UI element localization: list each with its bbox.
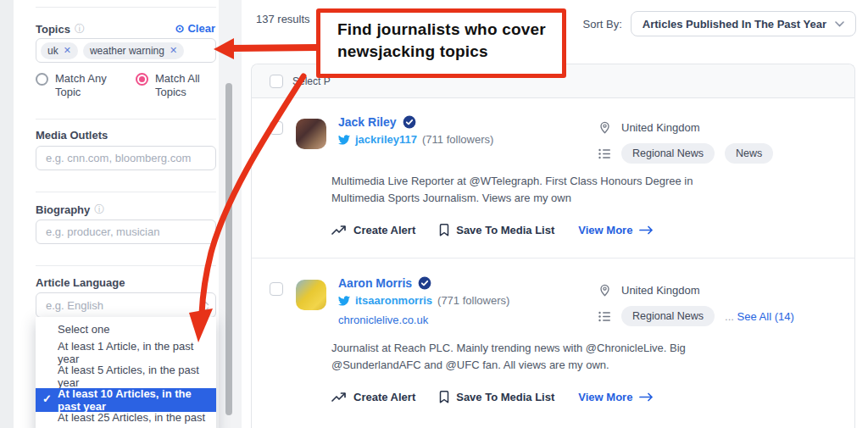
select-journalist-checkbox[interactable] xyxy=(270,282,283,296)
journalist-name-link[interactable]: Aaron Morris xyxy=(338,276,412,290)
media-outlets-input[interactable] xyxy=(36,146,216,170)
topics-label: Topics ⓘ xyxy=(36,22,85,36)
journalist-location: United Kingdom xyxy=(621,284,700,297)
trending-up-icon xyxy=(331,225,347,236)
section-divider xyxy=(36,265,216,266)
media-outlets-label: Media Outlets xyxy=(36,129,108,142)
save-to-media-list-label: Save To Media List xyxy=(456,391,554,403)
create-alert-label: Create Alert xyxy=(353,224,415,236)
topic-badge[interactable]: News xyxy=(725,143,773,164)
followers-count: (711 followers) xyxy=(422,133,493,146)
verified-badge-icon xyxy=(403,115,416,129)
annotation-text: Find journalists who cover xyxy=(337,19,562,41)
select-page-checkbox[interactable] xyxy=(270,75,283,88)
create-alert-label: Create Alert xyxy=(353,391,415,403)
article-language-label: Article Language xyxy=(36,276,125,289)
articles-count-dropdown: Select one At least 1 Article, in the pa… xyxy=(36,317,216,428)
save-to-media-list-label: Save To Media List xyxy=(456,224,554,236)
close-icon[interactable]: ✕ xyxy=(64,45,71,56)
dropdown-option[interactable]: Select one xyxy=(36,317,216,341)
see-all-topics: ... See All (14) xyxy=(725,310,794,323)
journalist-bio: Journalist at Reach PLC. Mainly trending… xyxy=(331,340,711,373)
topic-tag[interactable]: weather warning ✕ xyxy=(83,42,184,59)
filters-sidebar: Topics ⓘ ⊙ Clear uk ✕ weather warning ✕ … xyxy=(14,0,219,428)
topic-badge[interactable]: Regional News xyxy=(621,306,715,326)
journalist-card: Jack Riley jackriley117 (711 followers) … xyxy=(252,98,854,258)
dropdown-option-label: At least 10 Articles, in the past year xyxy=(58,387,216,413)
dropdown-option[interactable]: At least 5 Articles, in the past year xyxy=(36,364,216,388)
location-pin-icon xyxy=(598,120,611,134)
trending-up-icon xyxy=(331,392,347,403)
clear-icon: ⊙ xyxy=(175,22,185,35)
sort-control: Sort By: Articles Published In The Past … xyxy=(583,11,856,36)
view-more-link[interactable]: View More xyxy=(578,391,654,403)
topics-label-text: Topics xyxy=(36,23,70,36)
twitter-icon xyxy=(338,296,350,306)
arrow-right-icon xyxy=(639,225,654,235)
view-more-link[interactable]: View More xyxy=(578,224,654,236)
view-more-label: View More xyxy=(578,391,632,403)
see-all-link[interactable]: See All (14) xyxy=(737,310,794,323)
radio-unselected-icon[interactable] xyxy=(36,73,48,86)
website-link[interactable]: chroniclelive.co.uk xyxy=(338,314,509,326)
topic-tag-label: uk xyxy=(47,45,58,57)
view-more-label: View More xyxy=(578,224,632,236)
sort-by-value: Articles Published In The Past Year xyxy=(643,18,826,31)
avatar[interactable] xyxy=(296,119,326,149)
match-any-topic-radio[interactable]: Match AnyTopic xyxy=(36,72,136,99)
check-icon: ✓ xyxy=(42,392,52,405)
journalist-card: Aaron Morris itsaaronmorris (771 followe… xyxy=(252,258,854,428)
create-alert-button[interactable]: Create Alert xyxy=(331,391,415,403)
sort-by-dropdown[interactable]: Articles Published In The Past Year xyxy=(631,11,856,36)
arrow-right-icon xyxy=(639,392,654,402)
dropdown-option-selected[interactable]: ✓ At least 10 Articles, in the past year xyxy=(36,388,216,412)
location-pin-icon xyxy=(598,283,611,297)
topics-list-icon xyxy=(598,311,611,322)
sort-by-label: Sort By: xyxy=(583,18,622,31)
results-list: Select P Jack Riley jackriley117 (711 fo… xyxy=(251,64,855,428)
topics-list-icon xyxy=(598,148,611,159)
results-count: 137 results xyxy=(256,13,310,25)
journalist-bio: Multimedia Live Reporter at @WTelegraph.… xyxy=(331,173,711,206)
bookmark-icon xyxy=(439,391,449,403)
page-left-gutter xyxy=(0,0,14,428)
annotation-text: newsjacking topics xyxy=(337,41,562,63)
clear-topics-button[interactable]: ⊙ Clear xyxy=(175,22,215,35)
match-any-topic-label: Match AnyTopic xyxy=(55,72,107,99)
dropdown-option[interactable]: At least 25 Articles, in the past year xyxy=(36,412,216,428)
annotation-callout: Find journalists who cover newsjacking t… xyxy=(316,8,566,78)
scrollbar-thumb[interactable] xyxy=(225,83,232,415)
save-to-media-list-button[interactable]: Save To Media List xyxy=(439,391,554,403)
verified-badge-icon xyxy=(418,276,431,290)
dropdown-option[interactable]: At least 1 Article, in the past year xyxy=(36,341,216,364)
clear-label: Clear xyxy=(187,22,215,35)
radio-selected-icon[interactable] xyxy=(136,73,148,86)
topics-input[interactable]: uk ✕ weather warning ✕ xyxy=(36,38,216,63)
followers-count: (771 followers) xyxy=(437,294,509,307)
section-divider xyxy=(36,119,216,120)
match-all-topics-label: Match AllTopics xyxy=(155,72,200,99)
journalist-location: United Kingdom xyxy=(621,121,700,134)
biography-label: Biography ⓘ xyxy=(36,203,104,217)
bookmark-icon xyxy=(439,224,449,236)
article-language-input[interactable] xyxy=(36,292,216,318)
info-icon: ⓘ xyxy=(75,22,85,36)
topic-match-options: Match AnyTopic Match AllTopics xyxy=(36,72,216,99)
select-journalist-checkbox[interactable] xyxy=(270,121,283,135)
topic-tag[interactable]: uk ✕ xyxy=(41,42,78,59)
close-icon[interactable]: ✕ xyxy=(170,45,177,56)
topic-tag-label: weather warning xyxy=(90,45,164,57)
biography-input[interactable] xyxy=(36,220,216,244)
sidebar-scroll-gutter xyxy=(219,0,242,428)
twitter-icon xyxy=(338,135,350,145)
chevron-down-icon xyxy=(835,21,844,27)
save-to-media-list-button[interactable]: Save To Media List xyxy=(439,224,554,236)
create-alert-button[interactable]: Create Alert xyxy=(331,224,415,236)
section-divider xyxy=(36,192,216,192)
avatar[interactable] xyxy=(296,280,326,310)
twitter-handle-link[interactable]: jackriley117 xyxy=(355,133,417,146)
journalist-name-link[interactable]: Jack Riley xyxy=(338,115,397,129)
twitter-handle-link[interactable]: itsaaronmorris xyxy=(355,294,432,307)
topic-badge[interactable]: Regional News xyxy=(621,143,715,164)
match-all-topics-radio[interactable]: Match AllTopics xyxy=(136,72,200,99)
